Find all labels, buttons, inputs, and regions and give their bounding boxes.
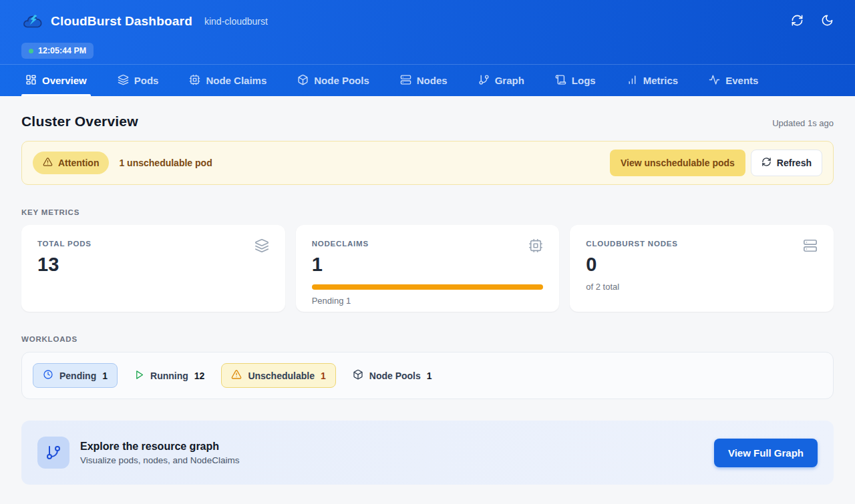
- scroll-icon: [555, 74, 566, 87]
- refresh-icon: [791, 14, 804, 29]
- alert-message: 1 unschedulable pod: [119, 158, 212, 168]
- nodeclaims-card: NodeClaims 1 Pending 1: [296, 225, 560, 312]
- key-metrics-section-label: Key Metrics: [21, 208, 834, 216]
- dashboard-icon: [25, 74, 37, 87]
- cloudburst-nodes-card: CloudBurst Nodes 0 of 2 total: [570, 225, 834, 312]
- warning-triangle-icon: [43, 157, 53, 169]
- refresh-button[interactable]: Refresh: [751, 150, 822, 176]
- header-refresh-button[interactable]: [791, 14, 804, 29]
- filter-count: 1: [427, 370, 432, 381]
- filter-count: 1: [102, 370, 108, 381]
- layers-icon: [254, 238, 269, 256]
- tab-pods[interactable]: Pods: [114, 65, 163, 96]
- view-full-graph-button[interactable]: View Full Graph: [714, 439, 818, 467]
- metric-value: 13: [37, 254, 269, 276]
- cloudburst-logo-icon: [21, 13, 43, 31]
- main-nav: Overview Pods Node Claims Node Pools Nod…: [0, 64, 855, 96]
- moon-icon: [821, 14, 834, 29]
- activity-icon: [709, 74, 720, 87]
- metric-value: 0: [586, 254, 818, 276]
- brand: CloudBurst Dashboard kind-cloudburst: [21, 13, 268, 31]
- total-pods-card: Total Pods 13: [21, 225, 285, 312]
- attention-banner: Attention 1 unschedulable pod View unsch…: [21, 141, 834, 185]
- main-content: Cluster Overview Updated 1s ago Attentio…: [0, 113, 855, 501]
- tab-events[interactable]: Events: [705, 65, 762, 96]
- workloads-panel: Pending 1 Running 12 Unschedulable 1 Nod…: [21, 352, 834, 399]
- tab-nodes[interactable]: Nodes: [396, 65, 452, 96]
- filter-running[interactable]: Running 12: [124, 364, 214, 388]
- tab-logs[interactable]: Logs: [551, 65, 600, 96]
- metric-label: CloudBurst Nodes: [586, 240, 818, 248]
- clock-badge: 12:05:44 PM: [21, 43, 94, 59]
- attention-badge: Attention: [33, 152, 109, 174]
- app-title: CloudBurst Dashboard: [51, 14, 192, 29]
- pending-progress-bar: [312, 284, 544, 290]
- package-icon: [353, 369, 363, 382]
- status-dot: [29, 49, 33, 53]
- cpu-icon: [189, 74, 200, 87]
- graph-promo-banner: Explore the resource graph Visualize pod…: [21, 421, 834, 485]
- clock-text: 12:05:44 PM: [38, 46, 86, 55]
- git-branch-icon: [37, 437, 69, 469]
- theme-toggle-button[interactable]: [821, 14, 834, 29]
- filter-count: 1: [321, 370, 326, 381]
- refresh-icon: [761, 157, 772, 169]
- promo-subtitle: Visualize pods, nodes, and NodeClaims: [80, 455, 239, 465]
- promo-title: Explore the resource graph: [80, 441, 239, 453]
- workloads-section-label: Workloads: [21, 335, 834, 343]
- clock-icon: [43, 369, 53, 382]
- filter-pending[interactable]: Pending 1: [33, 363, 118, 388]
- play-icon: [134, 370, 144, 382]
- tab-overview[interactable]: Overview: [21, 65, 91, 96]
- package-icon: [297, 74, 309, 87]
- app-header: CloudBurst Dashboard kind-cloudburst 12:…: [0, 0, 855, 64]
- server-icon: [400, 74, 411, 87]
- tab-node-pools[interactable]: Node Pools: [293, 65, 373, 96]
- metric-label: NodeClaims: [312, 240, 544, 248]
- view-unschedulable-pods-button[interactable]: View unschedulable pods: [610, 150, 745, 176]
- tab-metrics[interactable]: Metrics: [623, 65, 683, 96]
- bar-chart-icon: [627, 74, 638, 87]
- tab-graph[interactable]: Graph: [474, 65, 528, 96]
- filter-node-pools[interactable]: Node Pools 1: [343, 363, 442, 388]
- filter-count: 12: [194, 370, 205, 381]
- page-title: Cluster Overview: [21, 113, 138, 130]
- updated-timestamp: Updated 1s ago: [772, 118, 834, 128]
- metric-footnote: Pending 1: [312, 296, 544, 306]
- metric-footnote: of 2 total: [586, 282, 818, 292]
- metric-label: Total Pods: [37, 240, 269, 248]
- layers-icon: [118, 74, 129, 87]
- cluster-name: kind-cloudburst: [204, 16, 268, 27]
- cpu-icon: [528, 238, 543, 256]
- git-branch-icon: [478, 74, 490, 87]
- warning-triangle-icon: [231, 369, 242, 382]
- metric-value: 1: [312, 254, 544, 276]
- filter-unschedulable[interactable]: Unschedulable 1: [221, 363, 335, 388]
- tab-node-claims[interactable]: Node Claims: [185, 65, 271, 96]
- server-icon: [803, 238, 818, 256]
